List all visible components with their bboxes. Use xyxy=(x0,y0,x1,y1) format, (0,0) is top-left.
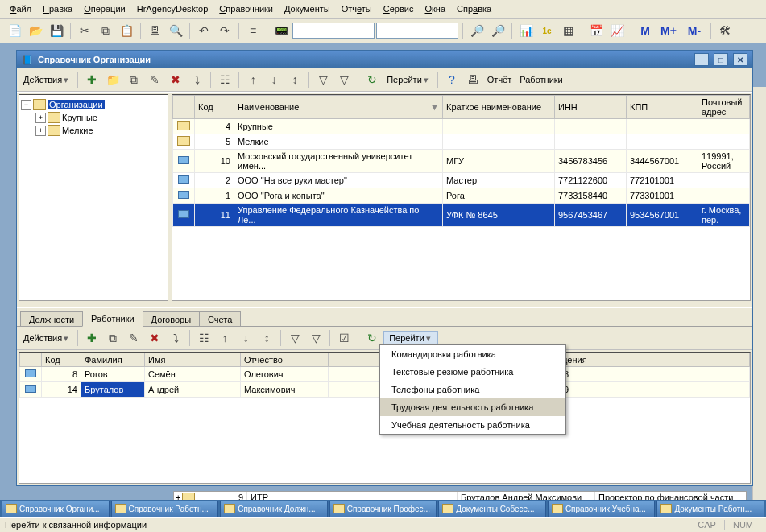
column-header[interactable] xyxy=(20,353,42,367)
undo-icon[interactable]: ↶ xyxy=(194,21,213,40)
add-copy-icon[interactable]: ⧉ xyxy=(103,328,122,348)
move-down-icon[interactable]: ↓ xyxy=(264,70,284,89)
taskbar-button[interactable]: Справочник Работн... xyxy=(111,501,219,518)
add-copy-icon[interactable]: ⧉ xyxy=(124,70,143,89)
hierarchy-icon[interactable]: ☷ xyxy=(215,70,234,89)
popup-item[interactable]: Текстовые резюме работника xyxy=(380,363,565,381)
db-icon[interactable]: ≡ xyxy=(243,21,263,40)
menu-item[interactable]: Сервис xyxy=(379,2,419,15)
goto-menu[interactable]: Перейти▾ xyxy=(383,75,433,85)
new-doc-icon[interactable]: 📄 xyxy=(5,21,24,40)
m-plus-button[interactable]: M+ xyxy=(656,21,681,40)
taskbar-button[interactable]: Документы Работн... xyxy=(656,501,764,518)
taskbar-button[interactable]: Справочник Профес... xyxy=(329,501,437,518)
refresh-icon[interactable]: ↻ xyxy=(362,70,382,89)
column-header[interactable]: ИНН xyxy=(555,96,627,119)
tree-view[interactable]: − Организации + Крупные + Мелкие xyxy=(19,94,168,301)
table-row[interactable]: 5Мелкие xyxy=(173,134,750,150)
menu-item[interactable]: HrAgencyDesktop xyxy=(132,2,213,15)
tree-child-1[interactable]: + Крупные xyxy=(21,111,166,124)
1c-icon[interactable]: 1c xyxy=(537,21,557,40)
menu-item[interactable]: Справочники xyxy=(214,2,278,15)
calendar-icon[interactable]: 📅 xyxy=(586,21,606,40)
open-icon[interactable]: 📂 xyxy=(26,21,45,40)
menu-item[interactable]: Операции xyxy=(79,2,130,15)
find-icon[interactable]: 🔎 xyxy=(467,21,487,40)
column-header[interactable]: Наименование ▼ xyxy=(234,96,443,119)
report-icon[interactable]: 📊 xyxy=(516,21,536,40)
toolbar-combo-1[interactable] xyxy=(292,23,375,39)
tab[interactable]: Работники xyxy=(82,311,143,327)
m-button[interactable]: M xyxy=(636,21,655,40)
print-icon[interactable]: 🖶 xyxy=(145,21,164,40)
column-header[interactable] xyxy=(173,96,195,119)
actions-menu[interactable]: Действия▾ xyxy=(20,75,73,85)
expand-icon[interactable]: + xyxy=(35,126,46,136)
m-minus-button[interactable]: M- xyxy=(682,21,706,40)
sort-icon[interactable]: ↕ xyxy=(285,70,304,89)
goto-menu-2[interactable]: Перейти▾ xyxy=(383,331,438,346)
popup-item[interactable]: Командировки работника xyxy=(380,345,565,363)
close-button[interactable]: ✕ xyxy=(733,53,747,66)
report-link[interactable]: Отчёт xyxy=(484,75,515,85)
filter-off-icon[interactable]: ▽ xyxy=(334,70,354,89)
filter-off-icon[interactable]: ▽ xyxy=(306,328,325,348)
preview-icon[interactable]: 🔍 xyxy=(166,21,185,40)
tree-root[interactable]: − Организации xyxy=(21,98,166,111)
menu-item[interactable]: Справка xyxy=(452,2,496,15)
help-icon[interactable]: ? xyxy=(442,70,462,89)
table-row[interactable]: 11Управление Федерального Казначейства п… xyxy=(173,204,750,227)
delete-icon[interactable]: ✖ xyxy=(145,328,164,348)
mark-delete-icon[interactable]: ⤵ xyxy=(166,328,185,348)
filter-icon[interactable]: ▽ xyxy=(285,328,304,348)
paste-icon[interactable]: 📋 xyxy=(117,21,136,40)
menu-item[interactable]: Правка xyxy=(38,2,77,15)
sort-icon[interactable]: ↕ xyxy=(257,328,276,348)
mdi-scrollbar[interactable] xyxy=(752,87,766,532)
layers-icon[interactable]: ▦ xyxy=(558,21,578,40)
redo-icon[interactable]: ↷ xyxy=(215,21,234,40)
menu-item[interactable]: Окна xyxy=(420,2,450,15)
table-row[interactable]: 4Крупные xyxy=(173,119,750,134)
mark-delete-icon[interactable]: ⤵ xyxy=(187,70,206,89)
find-next-icon[interactable]: 🔎 xyxy=(488,21,507,40)
table-row[interactable]: 1ООО "Рога и копыта"Рога7733158440773301… xyxy=(173,188,750,204)
print-icon-2[interactable]: 🖶 xyxy=(463,70,482,89)
column-header[interactable]: КПП xyxy=(627,96,698,119)
minimize-button[interactable]: _ xyxy=(694,53,709,66)
move-down-icon[interactable]: ↓ xyxy=(236,328,255,348)
taskbar-button[interactable]: Справочник Учебна... xyxy=(548,501,656,518)
calc-icon[interactable]: 📟 xyxy=(271,21,291,40)
window-titlebar[interactable]: 📘 Справочник Организации _ □ ✕ xyxy=(17,51,752,68)
popup-item[interactable]: Трудовая деятельность работника xyxy=(380,398,565,416)
actions-menu-2[interactable]: Действия▾ xyxy=(20,333,73,344)
top-grid[interactable]: КодНаименование ▼Краткое наименованиеИНН… xyxy=(172,94,751,301)
chart-icon[interactable]: 📈 xyxy=(607,21,627,40)
tab[interactable]: Договоры xyxy=(143,311,200,328)
edit-icon[interactable]: ✎ xyxy=(124,328,143,348)
maximize-button[interactable]: □ xyxy=(714,53,728,66)
popup-item[interactable]: Телефоны работника xyxy=(380,381,565,398)
save-icon[interactable]: 💾 xyxy=(47,21,66,40)
menu-item[interactable]: Документы xyxy=(279,2,335,15)
taskbar-button[interactable]: Справочник Органи... xyxy=(2,501,110,518)
collapse-icon[interactable]: − xyxy=(21,100,31,110)
tab[interactable]: Должности xyxy=(20,311,83,328)
select-icon[interactable]: ☑ xyxy=(334,328,354,348)
delete-icon[interactable]: ✖ xyxy=(166,70,185,89)
move-up-icon[interactable]: ↑ xyxy=(215,328,234,348)
add-icon[interactable]: ✚ xyxy=(82,328,101,348)
taskbar-button[interactable]: Документы Собесе... xyxy=(438,501,546,518)
column-header[interactable]: Краткое наименование xyxy=(443,96,555,119)
column-header[interactable]: Код xyxy=(195,96,234,119)
expand-icon[interactable]: + xyxy=(35,113,46,123)
column-header[interactable]: Почтовый адрес xyxy=(698,96,750,119)
toolbar-combo-2[interactable] xyxy=(376,23,458,39)
menu-item[interactable]: Файл xyxy=(5,2,36,15)
filter-icon[interactable]: ▽ xyxy=(313,70,333,89)
column-header[interactable]: Код xyxy=(42,353,81,367)
tab[interactable]: Счета xyxy=(199,311,241,328)
copy-icon[interactable]: ⧉ xyxy=(96,21,115,40)
hierarchy-icon[interactable]: ☷ xyxy=(194,328,213,348)
cut-icon[interactable]: ✂ xyxy=(75,21,94,40)
